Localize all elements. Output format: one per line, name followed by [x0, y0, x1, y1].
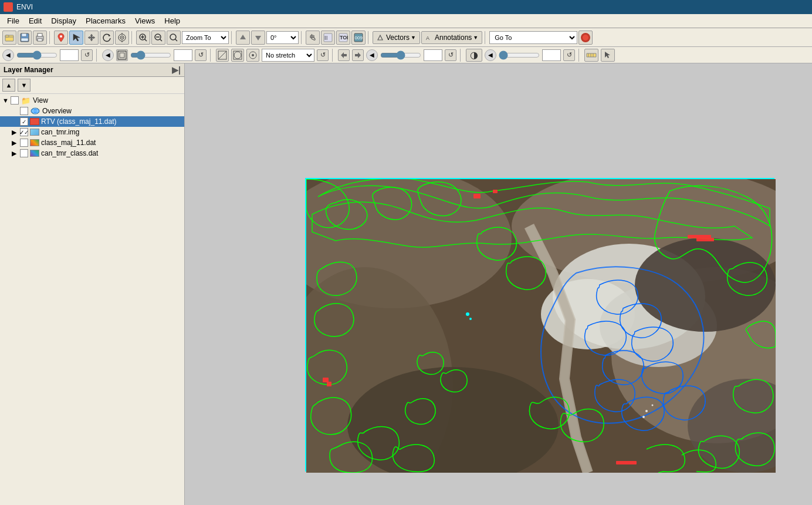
opacity-slider[interactable]: [16, 52, 57, 59]
ctrl-left1[interactable]: [338, 49, 350, 61]
layer-item-class-maj[interactable]: ▶ class_maj_11.dat: [0, 137, 184, 148]
sidebar: Layer Manager ▶| ▲ ▼ ▼ 📁 View ▶ Over: [0, 63, 185, 505]
toc-button[interactable]: TOI: [336, 31, 350, 45]
print-button[interactable]: [33, 31, 47, 45]
num-button[interactable]: 009: [351, 31, 366, 45]
menu-edit[interactable]: Edit: [24, 15, 46, 26]
collapse-button[interactable]: ▶|: [172, 65, 181, 75]
zoom-value[interactable]: 20: [174, 49, 192, 61]
hand-tool[interactable]: [306, 31, 320, 45]
measure-btn[interactable]: [584, 49, 598, 62]
overview-check[interactable]: [20, 107, 28, 115]
can-tmr-expand[interactable]: ▶: [12, 129, 20, 136]
pan-button[interactable]: [84, 31, 99, 45]
view-expand[interactable]: ▼: [2, 97, 11, 104]
layer-up-btn[interactable]: ▲: [2, 79, 15, 92]
stats-tool[interactable]: |||: [321, 31, 335, 45]
sep10: [460, 49, 462, 62]
transparency-value[interactable]: 0: [542, 49, 561, 61]
layer-item-can-tmr[interactable]: ▶ ✓ can_tmr.img: [0, 127, 184, 137]
menu-display[interactable]: Display: [46, 15, 81, 26]
zoom-out-button[interactable]: [151, 31, 165, 45]
can-tmr-check[interactable]: ✓: [20, 128, 28, 136]
layer-down-btn[interactable]: ▼: [18, 79, 31, 92]
ctrl-right1[interactable]: [352, 49, 364, 61]
sep3: [231, 31, 234, 44]
nav-up-button[interactable]: [236, 31, 250, 45]
stretch-mode-btn1[interactable]: [216, 49, 229, 62]
class-maj-check[interactable]: [20, 139, 28, 147]
sep8: [210, 49, 212, 62]
vectors-dropdown[interactable]: Vectors ▼: [373, 31, 420, 44]
zoom-to-select[interactable]: Zoom To: [182, 31, 229, 44]
rtv-check[interactable]: [20, 117, 28, 126]
nav-down-button[interactable]: [251, 31, 265, 45]
svg-point-68: [645, 410, 648, 412]
can-tmr-class-label: can_tmr_class.dat: [41, 149, 98, 157]
svg-line-19: [160, 39, 163, 41]
goto-select[interactable]: Go To: [489, 31, 577, 44]
stretch-mode-btn2[interactable]: [231, 49, 244, 62]
zoom-slider[interactable]: [130, 52, 171, 59]
opacity-left-btn[interactable]: ◀: [2, 49, 14, 61]
svg-rect-62: [696, 238, 714, 241]
svg-point-66: [466, 312, 469, 316]
opacity-value[interactable]: 50: [60, 49, 79, 61]
zoom-rect-button[interactable]: [167, 31, 181, 45]
menu-help[interactable]: Help: [160, 15, 185, 26]
class-maj-expand[interactable]: ▶: [12, 139, 20, 147]
menu-file[interactable]: File: [2, 15, 24, 26]
goto-action-button[interactable]: [578, 31, 593, 45]
target-button[interactable]: [115, 31, 129, 45]
layer-manager-title: Layer Manager: [4, 66, 53, 74]
sep5: [368, 31, 370, 44]
sep11: [578, 49, 581, 62]
layer-controls: ▲ ▼: [0, 77, 184, 94]
save-button[interactable]: [18, 31, 32, 45]
layer-tree: ▼ 📁 View ▶ Overview ▶ RTV (class_maj_11.…: [0, 94, 184, 505]
layer-item-can-tmr-class[interactable]: ▶ can_tmr_class.dat: [0, 148, 184, 159]
menu-placemarks[interactable]: Placemarks: [81, 15, 130, 26]
svg-point-69: [652, 405, 654, 406]
menu-views[interactable]: Views: [130, 15, 160, 26]
view-label: View: [33, 96, 48, 105]
svg-rect-3: [22, 33, 26, 36]
transparency-refresh-btn[interactable]: ↺: [563, 49, 575, 61]
cursor-btn[interactable]: [601, 49, 615, 62]
rotate-button[interactable]: [100, 31, 114, 45]
opacity-refresh-btn[interactable]: ↺: [81, 49, 93, 61]
zoom-left-btn[interactable]: ◀: [102, 49, 114, 61]
svg-rect-7: [38, 39, 42, 41]
svg-rect-59: [473, 194, 481, 198]
annotations-dropdown[interactable]: A Annotations ▼: [421, 31, 482, 44]
can-tmr-class-check[interactable]: [20, 149, 28, 157]
rotation-select[interactable]: 0° 90° 180° 270°: [266, 31, 299, 44]
select-button[interactable]: [69, 31, 83, 45]
svg-text:A: A: [426, 35, 429, 41]
layer-item-view[interactable]: ▼ 📁 View: [0, 95, 184, 106]
zoom-in-button[interactable]: [136, 31, 150, 45]
sharp-left-btn[interactable]: ◀: [366, 49, 378, 61]
view-icon: 📁: [21, 96, 31, 105]
layer-item-rtv[interactable]: ▶ RTV (class_maj_11.dat): [0, 116, 184, 127]
stretch-cache-btn[interactable]: [246, 49, 259, 62]
map-area[interactable]: [185, 63, 812, 505]
sharpness-slider[interactable]: [380, 52, 421, 59]
layer-item-overview[interactable]: ▶ Overview: [0, 106, 184, 116]
can-tmr-class-expand[interactable]: ▶: [12, 150, 20, 157]
open-button[interactable]: [2, 31, 16, 45]
svg-rect-65: [616, 461, 637, 464]
sharpness-value[interactable]: 10: [424, 49, 442, 61]
placemark-button[interactable]: [54, 31, 68, 45]
sharpness-refresh-btn[interactable]: ↺: [445, 49, 456, 61]
transparency-slider[interactable]: [499, 52, 540, 59]
stretch-select[interactable]: No stretch Linear Gaussian: [262, 49, 314, 62]
rtv-label: RTV (class_maj_11.dat): [41, 117, 117, 126]
zoom-full-btn[interactable]: [116, 49, 128, 61]
svg-point-8: [60, 35, 62, 38]
trans-minus-btn[interactable]: ◀: [485, 49, 496, 61]
stretch-refresh-btn[interactable]: ↺: [317, 49, 329, 61]
sep4: [301, 31, 303, 44]
view-check[interactable]: [11, 96, 19, 105]
zoom-refresh-btn[interactable]: ↺: [195, 49, 207, 61]
